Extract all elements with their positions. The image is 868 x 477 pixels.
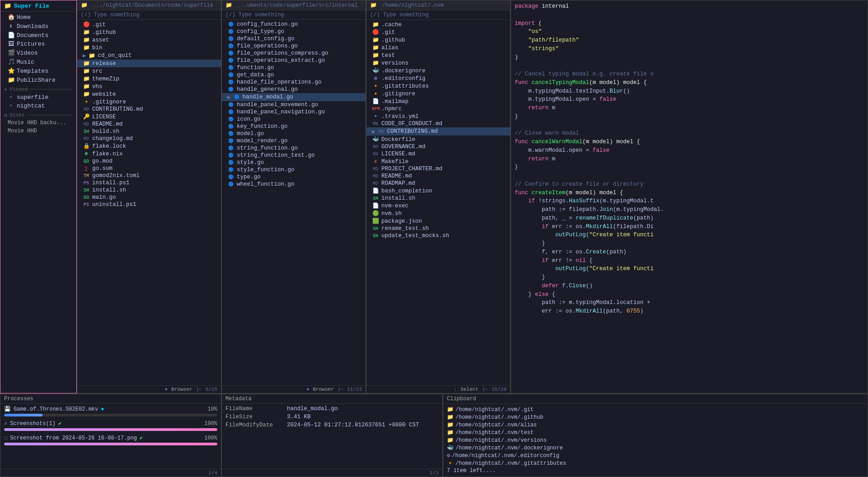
disk-item-1[interactable]: Movie HHD backu... xyxy=(0,119,76,127)
go-icon: 🔵 xyxy=(227,167,235,173)
list-item[interactable]: MDCONTRIBUTING.md xyxy=(77,106,221,113)
list-item[interactable]: SHinstall.sh xyxy=(77,187,221,194)
sidebar-item-home[interactable]: 🏠 Home xyxy=(0,13,76,22)
list-item[interactable]: ❄flake.nix xyxy=(77,150,221,158)
list-item[interactable]: ▶📁cd_on_quit xyxy=(77,51,221,60)
list-item[interactable]: 🔵type.go xyxy=(222,173,366,181)
list-item[interactable]: 📁.cache xyxy=(366,21,510,28)
list-item[interactable]: 🔸.gitignore xyxy=(77,98,221,106)
sh-icon: SH xyxy=(372,226,379,231)
list-item[interactable]: MDREADME.md xyxy=(77,121,221,128)
license-icon: 🔑 xyxy=(83,113,90,120)
list-item[interactable]: 🐳Dockerfile xyxy=(366,136,510,143)
list-item[interactable]: MDROADMAP.md xyxy=(366,180,510,187)
panel3-search[interactable]: (/) Type something xyxy=(366,10,510,20)
go-icon: 🔵 xyxy=(233,94,240,100)
list-item[interactable]: SHupdate_test_mocks.sh xyxy=(366,232,510,239)
list-item[interactable]: 🔵wheel_function.go xyxy=(222,181,366,188)
list-item[interactable]: 🔵handle_genernal.go xyxy=(222,86,366,93)
list-item[interactable]: 📁themeZip xyxy=(77,75,221,83)
list-item[interactable]: 🔵function.go xyxy=(222,64,366,71)
list-item[interactable]: MDLICENSE.md xyxy=(366,150,510,158)
sidebar-item-superfile[interactable]: • superfile xyxy=(0,93,76,102)
panel1-search[interactable]: (/) Type something xyxy=(77,10,221,20)
list-item[interactable]: 🔵handle_file_operations.go xyxy=(222,79,366,86)
lock-icon: 🔒 xyxy=(83,143,90,150)
list-item[interactable]: MDREADME.md xyxy=(366,173,510,180)
list-item[interactable]: ∑go.sum xyxy=(77,165,221,172)
list-item[interactable]: 🔵style_function.go xyxy=(222,166,366,173)
list-item[interactable]: 📁test xyxy=(366,51,510,59)
list-item[interactable]: ⚙.editorconfig xyxy=(366,75,510,82)
sidebar-item-music[interactable]: 🎵 Music xyxy=(0,57,76,66)
list-item[interactable]: MDPROJECT_CHARTER.md xyxy=(366,165,510,173)
list-item[interactable]: SHbuild.sh xyxy=(77,128,221,135)
list-item[interactable]: 🟢nvm.sh xyxy=(366,210,510,217)
list-item[interactable]: PSinstall.ps1 xyxy=(77,179,221,187)
list-item[interactable]: ✗Makefile xyxy=(366,158,510,165)
list-item[interactable]: 📄bash_completion xyxy=(366,187,510,195)
list-item[interactable]: 🔵get_data.go xyxy=(222,71,366,79)
list-item[interactable]: 🟩package.json xyxy=(366,217,510,225)
list-item[interactable]: 📁bin xyxy=(77,44,221,51)
list-item[interactable]: 🔵config_type.go xyxy=(222,28,366,35)
list-item[interactable]: 📁src xyxy=(77,67,221,75)
list-item-release[interactable]: 📁release xyxy=(77,60,221,67)
clipboard-item-7: ⚙ /home/nightcat/.nvm/.editorconfig xyxy=(447,452,864,459)
list-item[interactable]: 🔵model.go xyxy=(222,130,366,137)
list-item[interactable]: GOgo.mod xyxy=(77,158,221,165)
list-item[interactable]: GOmain.go xyxy=(77,194,221,201)
sidebar-item-publicshare[interactable]: 📁 PublicShare xyxy=(0,75,76,84)
list-item[interactable]: 📁asset xyxy=(77,36,221,44)
list-item[interactable]: 🔵style.go xyxy=(222,159,366,166)
code-keyword-import: import xyxy=(515,20,535,27)
list-item[interactable]: NPM.npmrc xyxy=(366,105,510,112)
list-item[interactable]: 🔴.git xyxy=(77,21,221,28)
list-item[interactable]: 🔵handle_panel_movement.go xyxy=(222,101,366,108)
list-item[interactable]: 📄nvm-exec xyxy=(366,202,510,210)
list-item-handle-modal[interactable]: ▶🔵handle_modal.go xyxy=(222,93,366,101)
list-item[interactable]: 📁website xyxy=(77,90,221,98)
list-item[interactable]: 🔒flake.lock xyxy=(77,142,221,150)
list-item[interactable]: TMgomod2nix.toml xyxy=(77,172,221,179)
list-item[interactable]: 🔵default_config.go xyxy=(222,35,366,42)
list-item[interactable]: SHrename_test.sh xyxy=(366,225,510,232)
list-item[interactable]: 🔹.travis.yml xyxy=(366,112,510,120)
list-item[interactable]: 🔴.git xyxy=(366,28,510,36)
folder-icon: 📁 xyxy=(83,44,90,51)
list-item[interactable]: SHinstall.sh xyxy=(366,195,510,202)
list-item[interactable]: 🔵string_function_test.go xyxy=(222,152,366,159)
list-item[interactable]: 📄.mailmap xyxy=(366,98,510,105)
list-item[interactable]: MDCODE_OF_CONDUCT.md xyxy=(366,120,510,127)
list-item[interactable]: 📁vhs xyxy=(77,83,221,90)
list-item[interactable]: 🔵config_function.go xyxy=(222,21,366,28)
sidebar-item-nightcat[interactable]: • nightcat xyxy=(0,102,76,110)
list-item[interactable]: 🔵model_render.go xyxy=(222,137,366,145)
disk-item-2[interactable]: Movie HHD xyxy=(0,127,76,135)
list-item[interactable]: 🔸.gitattributes xyxy=(366,82,510,90)
list-item[interactable]: 📁.github xyxy=(366,36,510,44)
sidebar-item-downloads[interactable]: ⬇ Downloads xyxy=(0,22,76,31)
list-item[interactable]: MDchangelog.md xyxy=(77,135,221,142)
sidebar-item-videos[interactable]: 🎬 Videos xyxy=(0,48,76,57)
list-item[interactable]: 🐳.dockerignore xyxy=(366,67,510,75)
list-item[interactable]: MDGOVERNANCE.md xyxy=(366,143,510,150)
list-item[interactable]: 🔑LICENSE xyxy=(77,113,221,121)
list-item[interactable]: 🔸.gitignore xyxy=(366,90,510,98)
list-item[interactable]: 🔵icon.go xyxy=(222,116,366,123)
list-item[interactable]: 🔵file_operations_compress.go xyxy=(222,50,366,57)
list-item[interactable]: PSuninstall.ps1 xyxy=(77,201,221,208)
list-item[interactable]: 🔵handle_panel_navigation.go xyxy=(222,108,366,116)
sidebar-item-pictures[interactable]: 🖼 Pictures xyxy=(0,40,76,48)
list-item[interactable]: 🔵file_operations_extract.go xyxy=(222,57,366,64)
sidebar-item-documents[interactable]: 📄 Documents xyxy=(0,31,76,40)
list-item[interactable]: 🔵key_function.go xyxy=(222,123,366,130)
panel2-search[interactable]: (/) Type something xyxy=(222,10,366,20)
list-item[interactable]: 🔵string_function.go xyxy=(222,145,366,152)
list-item[interactable]: 📁alias xyxy=(366,44,510,51)
list-item[interactable]: 🔵file_operations.go xyxy=(222,42,366,50)
list-item[interactable]: 📁.github xyxy=(77,28,221,36)
list-item[interactable]: 📁versions xyxy=(366,59,510,67)
list-item-contributing[interactable]: ▶MDCONTRIBUTING.md xyxy=(366,127,510,136)
sidebar-item-templates[interactable]: ⭐ Templates xyxy=(0,66,76,75)
